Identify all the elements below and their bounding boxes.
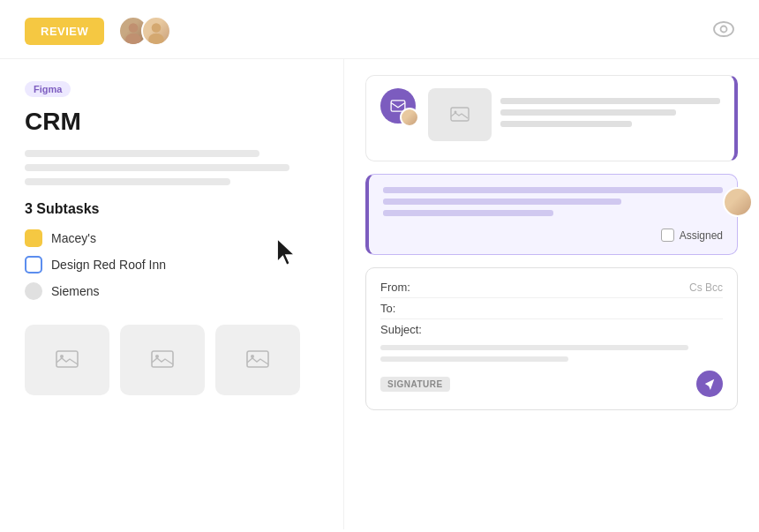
from-label: From: (380, 281, 433, 294)
image-thumbnails (25, 325, 319, 395)
email-card-content-1 (428, 88, 720, 148)
compose-body-lines (380, 345, 723, 362)
subtasks-heading: 3 Subtasks (25, 201, 319, 217)
subtask-item-1[interactable]: Macey's (25, 229, 319, 247)
svg-rect-8 (152, 351, 173, 367)
email-card-1[interactable] (365, 75, 738, 161)
subject-row: Subject: (380, 323, 723, 336)
card-line (500, 121, 632, 127)
subtask-icon-2 (25, 256, 42, 273)
email-avatar-small-1 (400, 108, 419, 127)
compose-body-line-1 (380, 345, 688, 350)
svg-point-7 (60, 355, 64, 358)
desc-line-2 (25, 164, 289, 171)
card-line-2c (383, 210, 553, 216)
svg-point-2 (152, 23, 162, 33)
svg-point-3 (148, 34, 164, 46)
subtask-item-2[interactable]: Design Red Roof Inn (25, 256, 319, 273)
right-panel: Assigned From: Cs Bcc To: Subject: (344, 59, 759, 529)
svg-point-9 (155, 355, 159, 358)
svg-point-5 (721, 26, 727, 32)
card-lines-1 (500, 98, 720, 132)
svg-rect-6 (56, 351, 78, 367)
svg-point-0 (129, 23, 139, 33)
subtask-label-1: Macey's (51, 231, 96, 245)
email-card-2[interactable]: Assigned (365, 174, 738, 255)
project-title: CRM (25, 108, 319, 136)
subtask-icon-3 (25, 282, 42, 300)
figma-badge: Figma (25, 81, 71, 97)
subtask-icon-1 (25, 229, 42, 247)
to-label: To: (380, 302, 433, 315)
compose-area: From: Cs Bcc To: Subject: SIGNATURE (365, 267, 738, 410)
description-lines (25, 150, 319, 185)
assigned-checkbox[interactable] (661, 229, 674, 242)
card-line (500, 98, 720, 104)
subtask-label-3: Siemens (51, 284, 99, 298)
review-button[interactable]: REVIEW (25, 18, 104, 45)
cc-label: Cs Bcc (689, 281, 723, 294)
desc-line-3 (25, 178, 230, 185)
send-button[interactable] (696, 371, 723, 397)
signature-badge: SIGNATURE (380, 377, 450, 392)
assigned-label: Assigned (680, 229, 723, 242)
email-card-image-row (428, 88, 720, 141)
svg-point-14 (455, 111, 457, 114)
to-row: To: (380, 302, 723, 315)
email-avatar-wrap-1 (380, 88, 416, 124)
subtask-label-2: Design Red Roof Inn (51, 258, 166, 272)
avatars (118, 16, 171, 46)
main: Figma CRM 3 Subtasks Macey's Design Red … (0, 59, 759, 529)
card-line-2b (383, 199, 621, 205)
subtask-list: Macey's Design Red Roof Inn Siemens (25, 229, 319, 300)
left-panel: Figma CRM 3 Subtasks Macey's Design Red … (0, 59, 344, 529)
svg-point-11 (251, 355, 254, 358)
email-card-2-lines (383, 187, 723, 216)
subtask-item-3[interactable]: Siemens (25, 282, 319, 300)
compose-divider-1 (380, 297, 723, 298)
from-row: From: Cs Bcc (380, 281, 723, 294)
header: REVIEW (0, 0, 759, 59)
visibility-icon[interactable] (713, 21, 734, 41)
email-card-2-avatar (723, 187, 753, 217)
svg-point-1 (125, 34, 141, 46)
card-line-2a (383, 187, 723, 193)
header-left: REVIEW (25, 16, 171, 46)
compose-divider-2 (380, 318, 723, 319)
svg-point-4 (714, 22, 733, 36)
avatar-2 (141, 16, 171, 46)
thumbnail-2[interactable] (120, 325, 205, 395)
email-card-img (428, 88, 492, 141)
compose-body-line-2 (380, 356, 568, 362)
compose-footer: SIGNATURE (380, 371, 723, 397)
assigned-area: Assigned (383, 229, 723, 242)
svg-rect-10 (247, 351, 268, 367)
thumbnail-1[interactable] (25, 325, 109, 395)
thumbnail-3[interactable] (215, 325, 300, 395)
card-line (500, 109, 676, 116)
desc-line-1 (25, 150, 259, 157)
subject-label: Subject: (380, 323, 433, 336)
